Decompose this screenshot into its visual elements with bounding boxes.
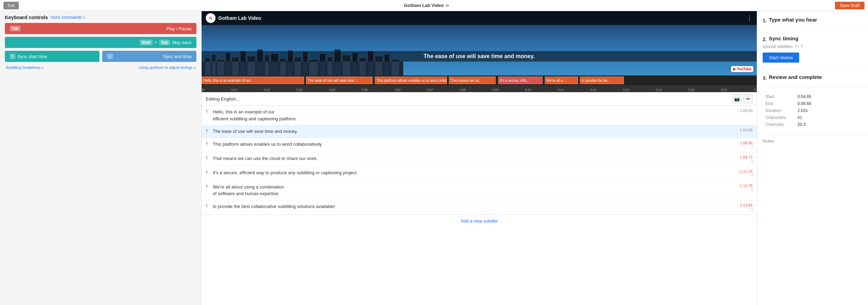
timeline-segment[interactable]: That means we ca... bbox=[449, 77, 496, 84]
subtitle-row[interactable]: ¶to provide the best collaborative subti… bbox=[202, 200, 757, 215]
subtitle-row[interactable]: ¶The ease of use will save time and mone… bbox=[202, 125, 757, 138]
subtitle-editor: Editing English... 📷 ✏ ¶Hello, this is a… bbox=[202, 92, 757, 305]
skip-back-label: Skip back bbox=[172, 40, 192, 45]
chars-sec-label: Chars/sec bbox=[763, 121, 795, 128]
timeline-segment[interactable]: It's a secure, effic... bbox=[498, 77, 543, 84]
subtitle-text[interactable]: It's a secure, efficient way to produce … bbox=[213, 169, 725, 176]
top-bar-right: Save Draft bbox=[835, 2, 865, 9]
subtitling-guidelines-link[interactable]: Subtitling Guidelines » bbox=[6, 65, 43, 70]
notes-title: Notes bbox=[763, 138, 862, 144]
skip-back-button[interactable]: Shift + Tab Skip back bbox=[5, 37, 196, 48]
subtitle-row[interactable]: ¶That means we can use the cloud to shar… bbox=[202, 152, 757, 167]
detail-table: Start 0:04:65 End 0:06:66 Duration 2.02s… bbox=[763, 93, 862, 128]
keyboard-controls: Keyboard controls more commands » Tab Pl… bbox=[0, 11, 201, 73]
editor-header: Editing English... 📷 ✏ bbox=[202, 92, 757, 106]
subtitle-paragraph-icon: ¶ bbox=[206, 109, 210, 113]
ruler-label: 0:00 bbox=[202, 88, 205, 91]
subtitle-paragraph-icon: ¶ bbox=[206, 204, 210, 208]
subtitle-paragraph-icon: ¶ bbox=[206, 170, 210, 174]
subtitle-time: 1:06:66! bbox=[728, 141, 753, 149]
subtitle-text[interactable]: The ease of use will save time and money… bbox=[213, 128, 725, 135]
timeline-segment[interactable]: to provide the be... bbox=[580, 77, 624, 84]
step3-section: 3. Review and complete bbox=[757, 69, 868, 87]
subtitle-text[interactable]: We're all about using a combinationof so… bbox=[213, 184, 725, 197]
tab-title: Gotham Lab Video bbox=[404, 3, 444, 8]
subtitle-row[interactable]: ¶We're all about using a combinationof s… bbox=[202, 181, 757, 200]
timeline-segment[interactable]: Hello, this is an example of our bbox=[202, 77, 304, 84]
subtitle-paragraph-icon: ¶ bbox=[206, 184, 210, 188]
video-title-bar: G Gotham Lab Video ⋮ bbox=[202, 11, 757, 25]
video-menu-icon[interactable]: ⋮ bbox=[746, 14, 753, 22]
main-layout: Keyboard controls more commands » Tab Pl… bbox=[0, 11, 868, 305]
duration-label: Duration bbox=[763, 107, 795, 114]
video-area: The ease of use will save time and money… bbox=[202, 11, 757, 305]
editor-tool-pen[interactable]: ✏ bbox=[744, 94, 753, 103]
exit-button[interactable]: Exit bbox=[3, 2, 19, 9]
subtitle-time: 1:00:00 bbox=[728, 109, 753, 113]
kc-sync-row: ! Sync start time ↕ Sync end time bbox=[5, 51, 196, 62]
video-title-text: Gotham Lab Video bbox=[218, 15, 261, 21]
save-draft-button[interactable]: Save Draft bbox=[835, 2, 865, 9]
characters-val: 41 bbox=[795, 114, 849, 121]
step2-num: 2. bbox=[763, 37, 767, 42]
timeline-segment[interactable]: The ease of use will save time ... bbox=[306, 77, 373, 84]
notes-section: Notes bbox=[757, 134, 868, 150]
step3-title: Review and complete bbox=[769, 74, 822, 80]
sync-start-label: Sync start time bbox=[17, 54, 47, 59]
subtitle-row[interactable]: ¶Hello, this is an example of ourefficie… bbox=[202, 106, 757, 125]
adjust-timings-link[interactable]: Using up/down to adjust timings » bbox=[139, 65, 196, 70]
end-label: End bbox=[763, 101, 795, 107]
play-pause-button[interactable]: Tab Play / Pause bbox=[5, 23, 196, 34]
start-val: 0:04:65 bbox=[795, 94, 849, 100]
subtitle-time: 1:12:75! bbox=[728, 184, 753, 192]
ruler-label: 0:17 bbox=[754, 88, 757, 91]
timeline-ruler[interactable]: 0:000:010:020:030:040:050:060:070:080:09… bbox=[202, 85, 757, 92]
kc-more-commands[interactable]: more commands » bbox=[51, 15, 85, 20]
start-review-button[interactable]: Start review bbox=[763, 53, 799, 63]
tab-title-area: Gotham Lab Video ✏ bbox=[404, 3, 450, 8]
subtitle-row[interactable]: ¶This platform allows enables us to word… bbox=[202, 138, 757, 152]
svg-rect-25 bbox=[391, 60, 399, 75]
subtitle-time: 1:11:24! bbox=[728, 169, 753, 178]
detail-section: Start 0:04:65 End 0:06:66 Duration 2.02s… bbox=[757, 87, 868, 134]
synced-subtitles-count: synced subtitles: 7 / 7 bbox=[763, 44, 862, 49]
editor-tool-camera[interactable]: 📷 bbox=[732, 94, 741, 103]
subtitle-row[interactable]: ¶It's a secure, efficient way to produce… bbox=[202, 167, 757, 181]
add-subtitle-button[interactable]: Add a new subtitle bbox=[202, 215, 757, 227]
video-container[interactable]: The ease of use will save time and money… bbox=[202, 11, 757, 75]
step1-title: Type what you hear bbox=[769, 17, 817, 23]
timeline-segment[interactable]: This platform allows enables us to word … bbox=[375, 77, 447, 84]
duration-val: 2.02s bbox=[795, 107, 849, 114]
timeline-bar: Hello, this is an example of ourThe ease… bbox=[202, 75, 757, 85]
subtitle-text[interactable]: This platform allows enables us to word … bbox=[213, 141, 725, 148]
subtitle-text[interactable]: That means we can use the cloud to share… bbox=[213, 155, 725, 162]
video-logo: G bbox=[206, 13, 216, 23]
step2-title: Sync timing bbox=[769, 35, 798, 41]
svg-rect-3 bbox=[217, 60, 224, 75]
subtitle-text[interactable]: to provide the best collaborative subtit… bbox=[213, 203, 725, 210]
timeline-segment[interactable]: We're all a... bbox=[545, 77, 578, 84]
play-pause-label: Play / Pause bbox=[166, 26, 192, 31]
editor-tools: 📷 ✏ bbox=[732, 94, 753, 103]
editor-language: Editing English... bbox=[206, 96, 240, 102]
sync-end-button[interactable]: ↕ Sync end time bbox=[102, 51, 197, 62]
kc-links: Subtitling Guidelines » Using up/down to… bbox=[5, 65, 196, 72]
subtitle-time: 1:13:86! bbox=[728, 203, 753, 211]
subtitle-overlay: The ease of use will save time and money… bbox=[202, 51, 757, 62]
top-bar-left: Exit bbox=[3, 2, 19, 9]
kc-play-pause-row: Tab Play / Pause bbox=[5, 23, 196, 34]
start-label: Start bbox=[763, 94, 795, 100]
subtitle-text[interactable]: Hello, this is an example of ourefficien… bbox=[213, 109, 725, 122]
kc-skip-back-row: Shift + Tab Skip back bbox=[5, 37, 196, 48]
sync-end-label: Sync end time bbox=[163, 54, 192, 59]
edit-icon[interactable]: ✏ bbox=[446, 3, 450, 8]
right-panel: 1. Type what you hear 2. Sync timing syn… bbox=[757, 11, 868, 305]
subtitle-paragraph-icon: ¶ bbox=[206, 142, 210, 146]
youtube-badge: ▶ YouTube bbox=[731, 66, 753, 72]
sync-start-button[interactable]: ! Sync start time bbox=[5, 51, 99, 62]
subtitle-paragraph-icon: ¶ bbox=[206, 156, 210, 160]
shift-key: Shift bbox=[140, 40, 152, 45]
subtitle-time: 1:09:72! bbox=[728, 155, 753, 163]
step2-section: 2. Sync timing synced subtitles: 7 / 7 S… bbox=[757, 30, 868, 69]
subtitle-paragraph-icon: ¶ bbox=[206, 129, 210, 133]
